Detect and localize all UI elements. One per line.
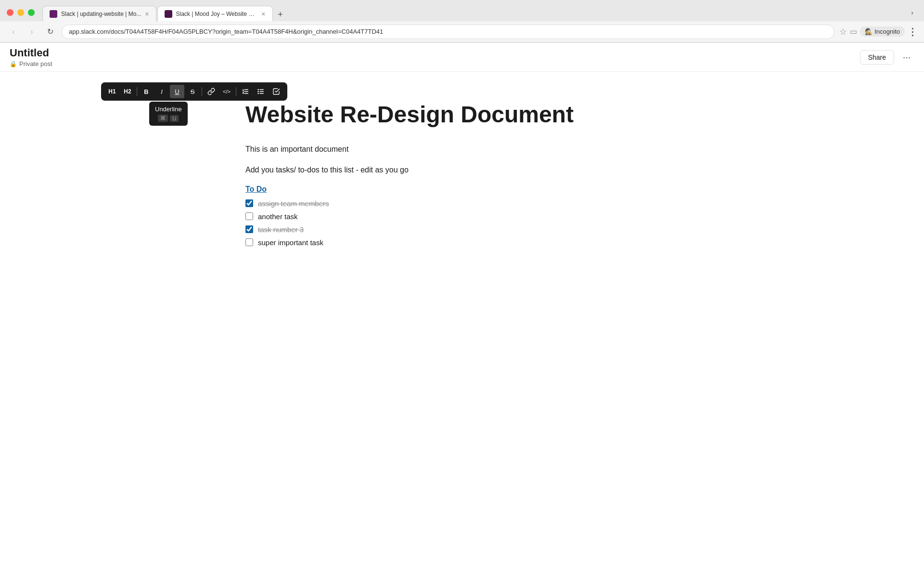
browser-tab-1[interactable]: Slack | updating-website | Mo... × — [42, 6, 156, 21]
fmt-strikethrough-button[interactable]: S — [185, 85, 200, 98]
svg-point-7 — [258, 91, 258, 92]
maximize-traffic-light[interactable] — [28, 9, 35, 16]
tooltip-char: U — [170, 115, 179, 122]
document-content: Website Re-Design Document This is an im… — [245, 72, 679, 280]
document-main-title[interactable]: Website Re-Design Document — [245, 101, 679, 129]
fmt-italic-button[interactable]: I — [154, 85, 169, 98]
todo-checkbox-1[interactable] — [245, 199, 253, 207]
close-traffic-light[interactable] — [7, 9, 13, 16]
new-tab-button[interactable]: + — [274, 8, 287, 21]
fmt-link-button[interactable] — [204, 85, 218, 98]
document-subtitle-text: Private post — [19, 60, 52, 67]
fmt-separator-2 — [202, 87, 202, 96]
todo-item-1: assign team members — [245, 199, 679, 208]
fmt-h1-button[interactable]: H1 — [105, 85, 119, 98]
profile-label: Incognito — [874, 28, 900, 35]
browser-toolbar-right: ☆ ▭ 🕵 Incognito ⋮ — [839, 26, 917, 38]
fmt-bold-button[interactable]: B — [139, 85, 154, 98]
browser-chrome: Slack | updating-website | Mo... × Slack… — [0, 0, 924, 43]
todo-text-2[interactable]: another task — [258, 212, 298, 221]
reload-button[interactable]: ↻ — [43, 25, 57, 39]
document-title-area: Untitled 🔒 Private post — [10, 47, 860, 67]
content-area[interactable]: Website Re-Design Document This is an im… — [0, 72, 924, 563]
back-button[interactable]: ‹ — [7, 25, 20, 39]
tab2-favicon — [165, 10, 172, 18]
tab2-close[interactable]: × — [261, 11, 265, 17]
fmt-separator-1 — [137, 87, 137, 96]
svg-point-8 — [258, 93, 258, 93]
svg-point-6 — [258, 89, 258, 90]
incognito-icon: 🕵 — [865, 28, 873, 35]
todo-checkbox-2[interactable] — [245, 212, 253, 220]
bookmark-icon[interactable]: ☆ — [839, 26, 847, 37]
browser-more-button[interactable]: ⋮ — [908, 26, 917, 38]
minimize-traffic-light[interactable] — [17, 9, 24, 16]
address-bar: ‹ › ↻ ☆ ▭ 🕵 Incognito ⋮ — [0, 21, 924, 42]
todo-item-3: task number 3 — [245, 225, 679, 234]
fmt-separator-3 — [236, 87, 236, 96]
traffic-lights — [7, 9, 35, 16]
fmt-underline-button[interactable]: U — [170, 85, 184, 98]
forward-button[interactable]: › — [25, 25, 38, 39]
todo-section: To Do assign team members another task t… — [245, 185, 679, 247]
tab2-title: Slack | Mood Joy – Website Re... — [176, 11, 258, 17]
tooltip-key: ⌘ — [158, 115, 168, 122]
formatting-toolbar: H1 H2 B I U S </> — [101, 82, 287, 101]
fmt-code-button[interactable]: </> — [219, 85, 234, 98]
address-input[interactable] — [62, 25, 834, 39]
document-subtitle: 🔒 Private post — [10, 60, 860, 67]
tabs-overflow-button[interactable]: › — [907, 9, 917, 16]
fmt-unordered-list-button[interactable] — [254, 85, 268, 98]
fmt-ordered-list-button[interactable] — [238, 85, 253, 98]
profile-button[interactable]: 🕵 Incognito — [860, 26, 905, 37]
todo-checkbox-4[interactable] — [245, 238, 253, 246]
todo-item-2: another task — [245, 212, 679, 221]
todo-text-3[interactable]: task number 3 — [258, 225, 304, 234]
document-paragraph-2[interactable]: Add you tasks/ to-dos to this list - edi… — [245, 164, 679, 176]
tab1-favicon — [50, 10, 57, 18]
todo-checkbox-3[interactable] — [245, 225, 253, 233]
underline-tooltip: Underline ⌘ U — [149, 102, 188, 126]
more-actions-button[interactable]: ··· — [899, 50, 914, 65]
browser-tab-2[interactable]: Slack | Mood Joy – Website Re... × — [157, 6, 273, 21]
tab1-title: Slack | updating-website | Mo... — [61, 11, 141, 17]
fmt-checklist-button[interactable] — [269, 85, 283, 98]
fmt-h2-button[interactable]: H2 — [120, 85, 135, 98]
document-paragraph-1[interactable]: This is an important document — [245, 143, 679, 156]
app-header: Untitled 🔒 Private post Share ··· H1 H2 … — [0, 43, 924, 72]
header-actions: Share ··· — [860, 50, 914, 65]
tooltip-label: Underline — [155, 105, 182, 113]
lock-icon: 🔒 — [10, 61, 17, 67]
document-title[interactable]: Untitled — [10, 47, 860, 59]
todo-text-1[interactable]: assign team members — [258, 199, 329, 208]
tab1-close[interactable]: × — [145, 11, 149, 17]
todo-item-4: super important task — [245, 238, 679, 247]
tooltip-shortcut: ⌘ U — [155, 115, 182, 122]
todo-heading[interactable]: To Do — [245, 185, 679, 194]
cast-icon[interactable]: ▭ — [850, 27, 857, 36]
todo-text-4[interactable]: super important task — [258, 238, 323, 247]
share-button[interactable]: Share — [860, 50, 894, 65]
